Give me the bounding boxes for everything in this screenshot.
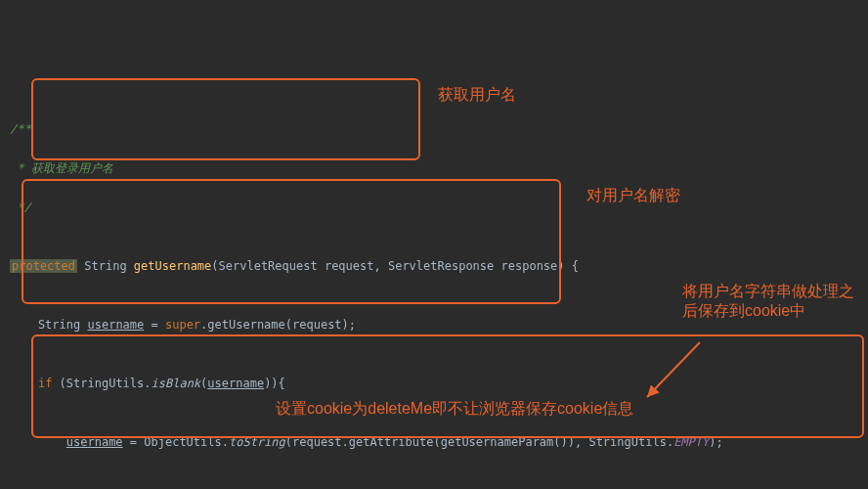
doc-comment: * 获取登录用户名 <box>10 161 113 175</box>
code-line: * 获取登录用户名 <box>10 158 868 178</box>
doc-comment: /** <box>10 122 31 136</box>
code-editor[interactable]: /** * 获取登录用户名 */ protected String getUse… <box>0 78 868 489</box>
code-line: username = ObjectUtils.toString(request.… <box>10 432 868 452</box>
code-line: /** <box>10 119 868 139</box>
code-line: protected String getUsername(ServletRequ… <box>10 256 868 276</box>
code-line: String username = super.getUsername(requ… <box>10 315 868 334</box>
keyword-protected: protected <box>10 259 77 273</box>
code-line: */ <box>10 198 868 217</box>
method-name: getUsername <box>134 259 211 273</box>
code-line: if (StringUtils.isBlank(username)){ <box>10 374 868 393</box>
doc-comment: */ <box>10 200 31 214</box>
